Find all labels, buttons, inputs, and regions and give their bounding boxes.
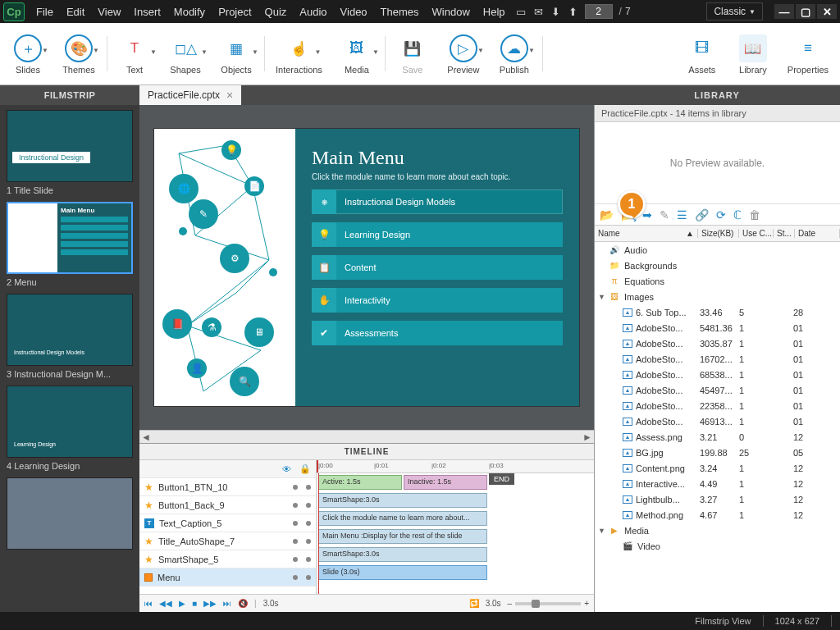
- timeline-bar[interactable]: SmartShape:3.0s: [318, 493, 487, 508]
- zoom-in-icon[interactable]: +: [584, 599, 589, 608]
- library-item[interactable]: ▲Content.png3.24112: [595, 460, 840, 476]
- library-folder[interactable]: πEquations: [595, 273, 840, 289]
- library-item[interactable]: ▲AdobeSto...16702...101: [595, 351, 840, 367]
- file-tab[interactable]: PracticeFile.cptx×: [139, 85, 241, 105]
- properties-icon[interactable]: ☰: [677, 208, 687, 221]
- slide-thumb-4[interactable]: 4 Learning Design: [7, 386, 133, 471]
- layout-icon[interactable]: ▭: [516, 6, 526, 18]
- library-item[interactable]: ▲Interactive...4.49112: [595, 476, 840, 491]
- timeline-row[interactable]: ★SmartShape_5: [139, 550, 316, 568]
- library-folder[interactable]: ▼▶Media: [595, 523, 840, 538]
- properties-button[interactable]: ≡Properties: [784, 33, 832, 76]
- library-item[interactable]: ▲Lightbulb...3.27112: [595, 491, 840, 507]
- lock-icon[interactable]: 🔒: [299, 463, 311, 474]
- menu-btn-3[interactable]: 📋Content: [312, 255, 563, 280]
- timeline-bar[interactable]: SmartShape:3.0s: [318, 547, 487, 562]
- timeline-row[interactable]: Menu: [139, 568, 316, 587]
- publish-button[interactable]: ☁▼Publish: [495, 33, 534, 76]
- library-folder[interactable]: 📁Backgrounds: [595, 258, 840, 273]
- timeline-bar[interactable]: Click the module name to learn more abou…: [318, 511, 487, 526]
- upload-icon[interactable]: ⬆: [568, 6, 578, 18]
- stop-icon[interactable]: ■: [192, 599, 197, 608]
- rewind-icon[interactable]: ◀◀: [159, 599, 172, 608]
- zoom-out-icon[interactable]: –: [508, 599, 513, 608]
- loop-icon[interactable]: 🔁: [469, 599, 479, 608]
- menu-file[interactable]: File: [30, 6, 60, 18]
- menu-video[interactable]: Video: [334, 6, 374, 18]
- library-columns[interactable]: Name ▲ Size(KB) Use C... St... Date: [595, 226, 840, 242]
- interactions-button[interactable]: ☝▼Interactions: [272, 33, 326, 76]
- menu-btn-5[interactable]: ✔Assessments: [312, 321, 563, 345]
- menu-project[interactable]: Project: [212, 6, 258, 18]
- menu-modify[interactable]: Modify: [167, 6, 212, 18]
- library-folder[interactable]: 🎬Video: [595, 538, 840, 554]
- menu-insert[interactable]: Insert: [127, 6, 167, 18]
- timeline-bar[interactable]: Inactive: 1.5s: [404, 475, 487, 490]
- open-folder-icon[interactable]: 📂: [600, 208, 614, 221]
- shapes-button[interactable]: ◻︎△▼Shapes: [166, 33, 205, 76]
- edit-icon[interactable]: ✎: [660, 208, 669, 221]
- slides-button[interactable]: ＋▼Slides: [8, 33, 48, 76]
- preview-button[interactable]: ▷▼Preview: [444, 33, 483, 76]
- slide-thumb-1[interactable]: 1 Title Slide: [7, 110, 133, 195]
- library-item[interactable]: ▲AdobeSto...3035.87101: [595, 336, 840, 351]
- delete-icon[interactable]: 🗑: [749, 208, 760, 221]
- menu-btn-2[interactable]: 💡Learning Design: [312, 222, 563, 247]
- library-item[interactable]: ▲AdobeSto...46913...101: [595, 413, 840, 429]
- menu-themes[interactable]: Themes: [374, 6, 426, 18]
- menu-btn-1[interactable]: ⎈Instructional Design Models: [312, 189, 563, 214]
- slide-thumb-5[interactable]: [7, 477, 133, 550]
- menu-window[interactable]: Window: [426, 6, 477, 18]
- filmstrip-panel[interactable]: 1 Title Slide Main Menu2 Menu 3 Instruct…: [0, 105, 139, 612]
- eye-icon[interactable]: 👁: [282, 464, 291, 474]
- timeline-bar[interactable]: Slide (3.0s): [318, 565, 487, 580]
- library-item[interactable]: ▲6. Sub Top...33.46528: [595, 304, 840, 320]
- library-item[interactable]: ▲AdobeSto...68538...101: [595, 367, 840, 382]
- timeline-ruler[interactable]: |0:00|0:01|0:02|0:03: [317, 460, 594, 473]
- menu-view[interactable]: View: [91, 6, 127, 18]
- assets-button[interactable]: 🎞Assets: [682, 33, 722, 76]
- menu-quiz[interactable]: Quiz: [258, 6, 294, 18]
- timeline-bar[interactable]: Active: 1.5s: [318, 475, 402, 490]
- zoom-slider[interactable]: [515, 602, 581, 605]
- slide-thumb-2[interactable]: Main Menu2 Menu: [7, 202, 133, 287]
- objects-button[interactable]: ▦▼Objects: [217, 33, 256, 76]
- link-icon[interactable]: 🔗: [695, 208, 709, 221]
- text-button[interactable]: T▼Text: [115, 33, 154, 76]
- rewind-start-icon[interactable]: ⏮: [144, 599, 153, 608]
- timeline-row[interactable]: TText_Caption_5: [139, 514, 316, 532]
- library-item[interactable]: ▲Method.png4.67112: [595, 507, 840, 523]
- library-item[interactable]: ▲BG.jpg199.882505: [595, 445, 840, 460]
- unused-icon[interactable]: ℂ: [733, 208, 742, 221]
- media-button[interactable]: 🖼▼Media: [337, 33, 377, 76]
- library-folder[interactable]: 🔊Audio: [595, 242, 840, 258]
- filmstrip-tab[interactable]: FILMSTRIP: [0, 85, 139, 105]
- page-current-input[interactable]: 2: [585, 4, 613, 19]
- forward-end-icon[interactable]: ⏭: [223, 599, 231, 608]
- library-item[interactable]: ▲AdobeSto...5481.36101: [595, 320, 840, 336]
- h-scrollbar[interactable]: ◄►: [139, 430, 594, 443]
- slide-canvas[interactable]: 💡 🌐 ✎ 📄 ⚙ 📕 ⚗ 🖥 👤 🔍 Main Menu Click the …: [154, 129, 579, 406]
- library-item[interactable]: ▲AdobeSto...45497...101: [595, 382, 840, 398]
- themes-button[interactable]: 🎨▼Themes: [59, 33, 98, 76]
- forward-icon[interactable]: ▶▶: [203, 599, 217, 608]
- workspace-selector[interactable]: Classic▼: [706, 2, 763, 21]
- library-folder[interactable]: ▼🖼Images: [595, 289, 840, 304]
- menu-help[interactable]: Help: [477, 6, 512, 18]
- slide-thumb-3[interactable]: 3 Instructional Design M...: [7, 294, 133, 379]
- timeline-row[interactable]: ★Button1_Back_9: [139, 496, 316, 514]
- library-button[interactable]: 📖Library: [733, 33, 773, 76]
- play-icon[interactable]: ▶: [179, 599, 185, 608]
- timeline-row[interactable]: ★Button1_BTN_10: [139, 478, 316, 496]
- menu-btn-4[interactable]: ✋Interactivity: [312, 288, 563, 313]
- timeline-row[interactable]: ★Title_AutoShape_7: [139, 532, 316, 550]
- library-item[interactable]: ▲AdobeSto...22358...101: [595, 398, 840, 413]
- mute-icon[interactable]: 🔇: [238, 599, 248, 608]
- window-close[interactable]: ✕: [817, 4, 837, 19]
- window-minimize[interactable]: ―: [774, 4, 794, 19]
- library-list[interactable]: 🔊Audio 📁Backgrounds πEquations ▼🖼Images …: [595, 242, 840, 612]
- library-item[interactable]: ▲Assess.png3.21012: [595, 429, 840, 445]
- stage[interactable]: 💡 🌐 ✎ 📄 ⚙ 📕 ⚗ 🖥 👤 🔍 Main Menu Click the …: [139, 105, 594, 430]
- timeline-tab[interactable]: TIMELINE: [139, 443, 594, 459]
- menu-audio[interactable]: Audio: [293, 6, 333, 18]
